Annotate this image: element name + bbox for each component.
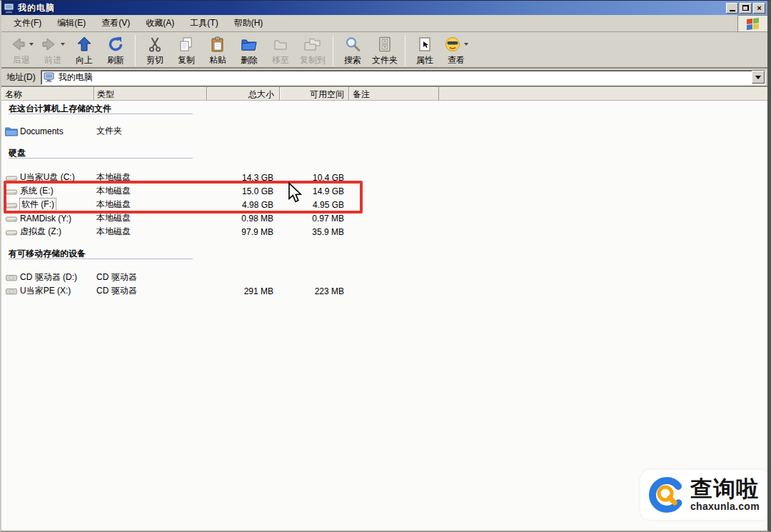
folders-button[interactable]: 文件夹 <box>368 34 401 67</box>
address-dropdown-button[interactable] <box>752 71 765 84</box>
menu-tools[interactable]: 工具(T) <box>182 15 226 31</box>
up-button[interactable]: 向上 <box>69 34 100 67</box>
delete-button[interactable]: 删除 <box>233 34 265 67</box>
scissors-icon <box>146 36 163 53</box>
column-header-filler <box>439 87 767 100</box>
item-name: 软件 (F:) <box>20 199 56 211</box>
back-button[interactable]: 后退 <box>6 34 37 67</box>
item-size: 97.9 MB <box>207 227 280 237</box>
cd-drive-icon <box>5 286 18 296</box>
menu-help[interactable]: 帮助(H) <box>226 15 271 31</box>
column-header-name[interactable]: 名称 <box>1 87 94 100</box>
item-size: 15.0 GB <box>207 186 280 196</box>
folders-pane-icon <box>376 36 393 53</box>
item-type: 本地磁盘 <box>94 185 207 197</box>
properties-button[interactable]: 属性 <box>409 34 440 67</box>
list-item-drive-x[interactable]: U当家PE (X:) CD 驱动器 291 MB 223 MB <box>1 284 767 298</box>
menu-view[interactable]: 查看(V) <box>94 15 138 31</box>
item-name: U当家PE (X:) <box>20 285 71 297</box>
list-item-drive-e[interactable]: 系统 (E:) 本地磁盘 15.0 GB 14.9 GB <box>1 184 767 198</box>
item-size: 4.98 GB <box>207 200 280 210</box>
clipboard-icon <box>209 36 226 53</box>
hard-drive-icon <box>5 186 18 196</box>
copy-button[interactable]: 复制 <box>171 34 202 67</box>
item-type: CD 驱动器 <box>94 271 207 283</box>
copyto-folders-icon <box>303 36 323 53</box>
address-combo[interactable]: 我的电脑 <box>41 70 765 85</box>
group-title-hard-disks: 硬盘 <box>9 147 193 159</box>
refresh-button[interactable]: 刷新 <box>100 34 131 67</box>
blue-folder-icon <box>241 36 258 53</box>
column-header-total-size[interactable]: 总大小 <box>207 87 280 100</box>
copy-to-button[interactable]: 复制到 <box>296 34 329 67</box>
views-smiley-icon <box>444 36 461 53</box>
windows-logo-panel <box>737 15 767 31</box>
item-name: U当家U盘 (C:) <box>20 171 75 184</box>
hard-drive-icon <box>5 199 18 210</box>
move-folder-icon <box>272 36 289 53</box>
restore-icon <box>742 5 749 11</box>
item-free: 0.97 MB <box>280 214 349 224</box>
title-bar[interactable]: 我的电脑 × <box>1 1 767 15</box>
menu-favorites[interactable]: 收藏(A) <box>138 15 182 31</box>
minimize-button[interactable] <box>726 3 738 14</box>
chaxunla-logo-icon <box>647 475 687 515</box>
my-computer-window: 我的电脑 × 文件(F) 编辑(E) 查看(V) 收藏(A) 工具(T) 帮助(… <box>0 0 771 532</box>
group-title-files-stored: 在这台计算机上存储的文件 <box>9 103 193 114</box>
list-item-drive-y[interactable]: RAMDisk (Y:) 本地磁盘 0.98 MB 0.97 MB <box>1 211 767 225</box>
chevron-down-icon <box>755 76 761 79</box>
item-name: 虚拟盘 (Z:) <box>20 226 61 238</box>
item-type: 本地磁盘 <box>94 226 207 238</box>
folder-icon <box>5 126 18 136</box>
menu-file[interactable]: 文件(F) <box>6 15 49 31</box>
item-free: 10.4 GB <box>280 173 349 183</box>
views-button[interactable]: 查看 <box>440 34 472 67</box>
toolbar-separator <box>333 35 333 66</box>
close-button[interactable]: × <box>753 3 765 14</box>
list-item-drive-d[interactable]: CD 驱动器 (D:) CD 驱动器 <box>1 271 767 284</box>
list-item-drive-z[interactable]: 虚拟盘 (Z:) 本地磁盘 97.9 MB 35.9 MB <box>1 225 767 239</box>
close-icon: × <box>757 4 761 12</box>
address-bar: 地址(D) 我的电脑 <box>1 69 767 87</box>
toolbar: 后退 前进 向上 刷新 剪切 复制 粘贴 删除 <box>1 32 767 69</box>
item-size: 291 MB <box>207 286 280 296</box>
menu-edit[interactable]: 编辑(E) <box>49 15 94 31</box>
forward-dropdown-caret[interactable] <box>61 43 65 46</box>
cd-drive-icon <box>5 272 18 283</box>
column-header-comments[interactable]: 备注 <box>349 87 439 100</box>
toolbar-separator <box>405 35 405 66</box>
list-item-drive-c[interactable]: U当家U盘 (C:) 本地磁盘 14.3 GB 10.4 GB <box>1 171 767 184</box>
windows-flag-icon <box>746 17 760 30</box>
item-type: 本地磁盘 <box>94 171 207 184</box>
list-item-drive-f[interactable]: 软件 (F:) 本地磁盘 4.98 GB 4.95 GB <box>1 198 767 211</box>
address-value: 我的电脑 <box>59 71 93 84</box>
restore-button[interactable] <box>740 3 752 14</box>
list-item-documents[interactable]: Documents 文件夹 <box>1 124 767 138</box>
item-free: 4.95 GB <box>280 200 349 210</box>
watermark-title: 查询啦 <box>690 478 760 500</box>
paste-button[interactable]: 粘贴 <box>202 34 233 67</box>
computer-icon <box>4 3 15 13</box>
properties-icon <box>416 36 433 53</box>
computer-icon <box>44 72 55 82</box>
item-type: CD 驱动器 <box>94 285 207 297</box>
item-name: Documents <box>20 126 64 136</box>
cut-button[interactable]: 剪切 <box>139 34 171 67</box>
item-free: 14.9 GB <box>280 186 349 196</box>
back-dropdown-caret[interactable] <box>29 43 34 46</box>
views-dropdown-caret[interactable] <box>464 43 468 46</box>
item-name: 系统 (E:) <box>20 185 54 197</box>
item-name: RAMDisk (Y:) <box>20 214 71 224</box>
search-button[interactable]: 搜索 <box>337 34 368 67</box>
file-list: 在这台计算机上存储的文件 Documents 文件夹 硬盘 U当家U盘 (C:)… <box>1 101 767 513</box>
back-arrow-icon <box>9 36 26 53</box>
magnifier-icon <box>344 36 361 53</box>
forward-button[interactable]: 前进 <box>37 34 69 67</box>
toolbar-separator <box>135 35 136 66</box>
minimize-icon <box>730 10 735 11</box>
move-to-button[interactable]: 移至 <box>265 34 296 67</box>
column-header-free-space[interactable]: 可用空间 <box>280 87 349 100</box>
menu-bar: 文件(F) 编辑(E) 查看(V) 收藏(A) 工具(T) 帮助(H) <box>1 15 767 32</box>
column-header-type[interactable]: 类型 <box>94 87 207 100</box>
item-free: 223 MB <box>280 286 349 296</box>
